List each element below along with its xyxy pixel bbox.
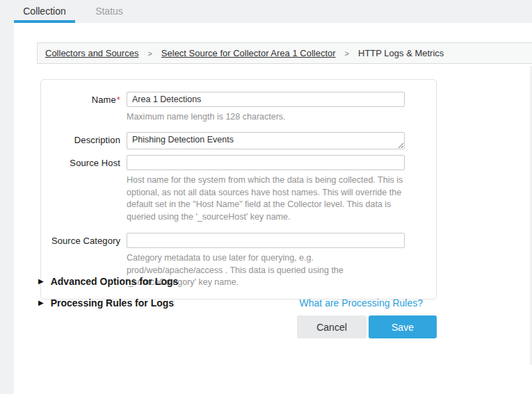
- breadcrumb-select-source[interactable]: Select Source for Collector Area 1 Colle…: [161, 48, 336, 58]
- what-are-processing-rules-link[interactable]: What are Processing Rules?: [300, 297, 423, 309]
- main-panel: Collectors and Sources > Select Source f…: [14, 23, 532, 394]
- breadcrumb-separator-icon: >: [147, 49, 152, 58]
- save-button[interactable]: Save: [369, 315, 437, 338]
- name-help-text: Maximum name length is 128 characters.: [127, 111, 405, 124]
- processing-rules-toggle[interactable]: ▶ Processing Rules for Logs: [38, 297, 174, 309]
- required-asterisk: *: [117, 95, 120, 105]
- breadcrumb-separator-icon: >: [345, 49, 349, 58]
- source-host-label: Source Host: [41, 155, 120, 224]
- processing-rules-section: ▶ Processing Rules for Logs What are Pro…: [38, 297, 423, 309]
- description-row: Description Phishing Detection Events: [41, 132, 436, 149]
- name-input[interactable]: [127, 92, 405, 107]
- source-host-help-text: Host name for the system from which the …: [127, 174, 405, 224]
- tab-collection[interactable]: Collection: [14, 0, 75, 23]
- advanced-options-toggle[interactable]: ▶ Advanced Options for Logs: [38, 276, 178, 287]
- breadcrumb: Collectors and Sources > Select Source f…: [37, 42, 532, 64]
- description-label: Description: [41, 132, 120, 149]
- source-host-input[interactable]: [127, 155, 405, 170]
- name-label-text: Name: [92, 95, 116, 105]
- tab-bar: Collection Status: [0, 0, 532, 23]
- name-label: Name*: [41, 92, 120, 124]
- source-config-card: Name* Maximum name length is 128 charact…: [40, 79, 437, 299]
- advanced-options-section: ▶ Advanced Options for Logs: [38, 276, 423, 287]
- description-input[interactable]: Phishing Detection Events: [127, 132, 405, 149]
- collapsed-triangle-icon: ▶: [38, 299, 44, 306]
- processing-rules-label: Processing Rules for Logs: [51, 297, 174, 309]
- tab-status[interactable]: Status: [85, 0, 134, 23]
- advanced-options-label: Advanced Options for Logs: [51, 276, 179, 287]
- cancel-button[interactable]: Cancel: [297, 315, 366, 338]
- scrollbar-track[interactable]: [531, 66, 531, 365]
- form-actions: Cancel Save: [40, 315, 437, 338]
- source-host-row: Source Host Host name for the system fro…: [41, 155, 436, 224]
- breadcrumb-collectors-and-sources[interactable]: Collectors and Sources: [45, 48, 138, 58]
- breadcrumb-current-page: HTTP Logs & Metrics: [358, 48, 444, 58]
- collapsed-triangle-icon: ▶: [38, 278, 44, 285]
- name-row: Name* Maximum name length is 128 charact…: [41, 92, 436, 124]
- source-category-input[interactable]: [127, 233, 405, 248]
